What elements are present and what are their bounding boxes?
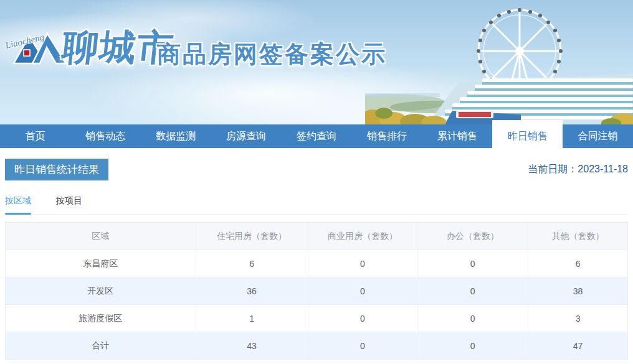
main-content: 昨日销售统计结果 当前日期：2023-11-18 按区域按项目 区域住宅用房（套… xyxy=(0,159,633,360)
value-cell: 0 xyxy=(417,278,528,305)
nav-item-2[interactable]: 销售动态 xyxy=(70,124,141,148)
tab-1[interactable]: 按区域 xyxy=(5,195,31,214)
value-cell: 0 xyxy=(417,332,528,360)
value-cell: 47 xyxy=(528,332,628,360)
value-cell: 1 xyxy=(196,305,308,332)
column-header: 其他（套数） xyxy=(528,223,628,250)
current-date-label: 当前日期： xyxy=(528,164,578,174)
header-banner: Liaocheng 聊城市 商品房网签备案公示 xyxy=(0,0,633,124)
main-nav: 首页销售动态数据监测房源查询签约查询销售排行累计销售昨日销售合同注销 xyxy=(0,124,633,148)
table-row: 合计430047 xyxy=(6,332,628,360)
value-cell: 0 xyxy=(308,332,417,360)
value-cell: 6 xyxy=(196,250,308,278)
value-cell: 0 xyxy=(308,305,417,332)
value-cell: 0 xyxy=(308,250,417,278)
region-cell: 旅游度假区 xyxy=(6,305,196,332)
current-date-value: 2023-11-18 xyxy=(578,164,628,174)
nav-item-8[interactable]: 昨日销售 xyxy=(492,124,563,148)
nav-item-3[interactable]: 数据监测 xyxy=(141,124,211,148)
table-row: 旅游度假区1003 xyxy=(6,305,628,332)
sales-table: 区域住宅用房（套数）商业用房（套数）办公（套数）其他（套数） 东昌府区6006开… xyxy=(5,222,628,360)
column-header: 办公（套数） xyxy=(417,223,528,250)
column-header: 商业用房（套数） xyxy=(308,223,417,250)
region-cell: 东昌府区 xyxy=(6,250,196,278)
table-row: 开发区360038 xyxy=(6,278,628,305)
region-cell: 开发区 xyxy=(6,278,196,305)
value-cell: 43 xyxy=(196,332,308,360)
site-title: 商品房网签备案公示 xyxy=(157,39,387,70)
nav-item-4[interactable]: 房源查询 xyxy=(211,124,282,148)
nav-item-9[interactable]: 合同注销 xyxy=(563,124,633,148)
ferris-wheel-illustration xyxy=(365,0,633,124)
value-cell: 6 xyxy=(528,250,628,278)
value-cell: 38 xyxy=(528,278,628,305)
view-tabs: 按区域按项目 xyxy=(5,195,628,215)
nav-item-7[interactable]: 累计销售 xyxy=(422,124,492,148)
nav-item-1[interactable]: 首页 xyxy=(0,124,70,148)
current-date: 当前日期：2023-11-18 xyxy=(528,163,628,176)
value-cell: 3 xyxy=(528,305,628,332)
sales-table-header: 区域住宅用房（套数）商业用房（套数）办公（套数）其他（套数） xyxy=(6,223,628,250)
region-cell: 合计 xyxy=(6,332,196,360)
value-cell: 36 xyxy=(196,278,308,305)
nav-item-5[interactable]: 签约查询 xyxy=(282,124,352,148)
value-cell: 0 xyxy=(417,305,528,332)
section-title-badge: 昨日销售统计结果 xyxy=(5,159,108,180)
column-header: 区域 xyxy=(6,223,196,250)
nav-item-6[interactable]: 销售排行 xyxy=(351,124,422,148)
tab-2[interactable]: 按项目 xyxy=(56,195,82,214)
value-cell: 0 xyxy=(417,250,528,278)
table-row: 东昌府区6006 xyxy=(6,250,628,278)
column-header: 住宅用房（套数） xyxy=(196,223,308,250)
value-cell: 0 xyxy=(308,278,417,305)
title-bar: 昨日销售统计结果 当前日期：2023-11-18 xyxy=(5,159,628,180)
